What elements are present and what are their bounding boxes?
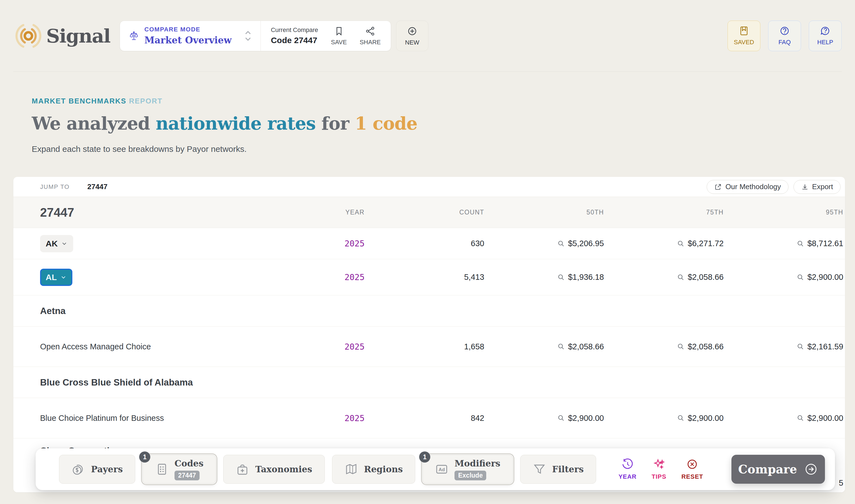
payor-group-label: Aetna [40,306,245,316]
chevron-down-icon [61,240,68,247]
codes-value-badge: 27447 [175,471,199,480]
year-action-button[interactable]: YEAR [618,458,636,480]
chat-question-icon [820,25,831,36]
arrow-right-circle-icon [804,462,818,476]
p50-value[interactable]: $2,900.00 [484,414,604,423]
save-button[interactable]: SAVE [331,26,347,46]
modifiers-value-badge: Exclude [454,471,486,480]
state-chip-ak[interactable]: AK [40,235,73,252]
year-value: 2025 [245,272,365,282]
current-compare-label: Current Compare [271,26,318,34]
search-icon [557,414,565,422]
signal-waves-icon [13,21,43,51]
search-icon [677,240,684,247]
column-header-count: COUNT [365,209,484,216]
p75-value[interactable]: $2,058.66 [604,273,723,282]
saved-button[interactable]: SAVED [728,21,761,51]
bookmark-icon [334,26,344,36]
year-value: 2025 [245,342,365,352]
state-chip-al-selected[interactable]: AL [40,269,72,286]
search-icon [677,343,684,350]
modifiers-button[interactable]: 1 Ad Modifiers Exclude [422,455,513,484]
payor-group-row: Blue Cross Blue Shield of Alabama [13,367,845,398]
payor-group-label: Blue Cross Blue Shield of Alabama [40,377,245,388]
hero-section: MARKET BENCHMARKS REPORT We analyzed nat… [0,72,855,177]
p95-value[interactable]: $2,900.00 [723,414,843,423]
p75-value[interactable]: $2,900.00 [604,414,723,423]
filter-funnel-icon [533,463,546,476]
report-toolbar: JUMP TO 27447 Our Methodology Export [13,177,845,197]
payers-coin-icon [71,463,85,476]
p95-value[interactable]: $2,900.00 [723,273,843,282]
year-value: 2025 [245,413,365,423]
count-value: 1,658 [365,342,484,351]
help-button[interactable]: HELP [809,21,842,51]
compare-mode-selector[interactable]: COMPARE MODE Market Overview [120,21,261,51]
compare-button[interactable]: Compare [731,455,825,484]
page-subtitle: Expand each state to see breakdowns by P… [32,144,855,154]
plan-row: Blue Choice Platinum for Business 2025 8… [13,398,845,438]
chevron-up-down-icon[interactable] [244,29,252,42]
share-button[interactable]: SHARE [360,26,381,46]
brand-logo: Signal [13,21,110,51]
column-header-75th: 75TH [604,209,723,216]
search-icon [557,240,565,247]
filters-button[interactable]: Filters [520,455,596,484]
tips-sparkles-icon [653,458,665,470]
current-compare: Current Compare Code 27447 SAVE SHARE [261,21,391,51]
methodology-button[interactable]: Our Methodology [706,180,788,194]
table-row-state-al: AL 2025 5,413 $1,936.18 $2,058.66 $2,900… [13,259,845,295]
panel-actions: YEAR TIPS RESET [618,458,703,480]
p50-value[interactable]: $1,936.18 [484,273,604,282]
column-header-50th: 50TH [484,209,604,216]
p50-value[interactable]: $2,058.66 [484,342,604,351]
codes-document-icon [155,463,169,476]
p50-value[interactable]: $5,206.95 [484,239,604,248]
count-value: 630 [365,239,484,248]
p95-value[interactable]: $2,161.59 [723,342,843,351]
scale-icon [128,30,139,41]
p75-value[interactable]: $6,271.72 [604,239,723,248]
compare-mode-label: COMPARE MODE [144,26,231,33]
new-button[interactable]: NEW [396,21,428,51]
search-icon [797,414,804,422]
codes-button[interactable]: 1 Codes 27447 [142,455,216,484]
report-card: JUMP TO 27447 Our Methodology Export 274… [13,177,845,492]
jump-to-code[interactable]: 27447 [87,182,107,191]
count-value: 5,413 [365,273,484,282]
search-icon [557,274,565,281]
column-header-year: YEAR [245,209,365,216]
compare-mode-value: Market Overview [144,35,231,46]
year-value: 2025 [245,239,365,248]
compare-card: COMPARE MODE Market Overview Current Com… [120,21,391,51]
search-icon [677,274,684,281]
app-header: Signal COMPARE MODE Market Overview Curr… [13,0,842,72]
taxonomies-bag-icon [236,463,249,476]
saved-bookmark-icon [739,25,749,36]
question-circle-icon [779,25,790,36]
search-icon [557,343,565,350]
p95-value[interactable]: $8,712.61 [723,239,843,248]
payers-button[interactable]: Payers [59,455,135,484]
download-icon [801,183,809,191]
faq-button[interactable]: FAQ [768,21,801,51]
tips-action-button[interactable]: TIPS [651,458,666,480]
p75-value[interactable]: $2,058.66 [604,342,723,351]
taxonomies-button[interactable]: Taxonomies [223,455,325,484]
plus-circle-icon [407,25,418,37]
plan-label: Blue Choice Platinum for Business [40,414,245,423]
export-button[interactable]: Export [793,180,840,194]
chevron-down-icon [60,274,67,281]
regions-button[interactable]: Regions [332,455,416,484]
code-heading: 27447 [40,205,245,219]
plan-row: Open Access Managed Choice 2025 1,658 $2… [13,326,845,367]
search-icon [797,240,804,247]
year-history-icon [622,458,634,470]
brand-name: Signal [46,25,110,47]
modifiers-count-badge: 1 [419,451,430,463]
search-icon [797,274,804,281]
table-row-state-ak: AK 2025 630 $5,206.95 $6,271.72 $8,712.6… [13,228,845,259]
modifiers-ad-icon: Ad [435,463,448,476]
reset-action-button[interactable]: RESET [681,458,703,480]
search-icon [677,414,684,422]
